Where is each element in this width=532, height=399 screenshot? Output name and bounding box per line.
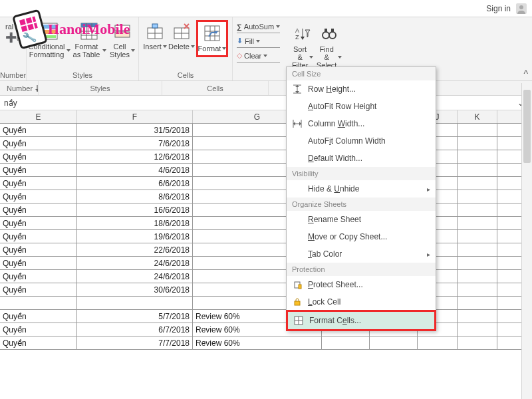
cell[interactable]: 7/6/2018 <box>77 137 193 150</box>
clear-button[interactable]: ◇Clear <box>237 49 280 63</box>
table-row[interactable]: Quyền4/6/2018 <box>0 164 532 177</box>
table-row[interactable]: Quyền12/6/2018 <box>0 150 532 164</box>
menu-move-copy-sheet[interactable]: Move or Copy Sheet... <box>287 228 436 245</box>
cell[interactable]: 30/6/2018 <box>77 283 193 296</box>
cell[interactable] <box>458 203 497 216</box>
table-row[interactable]: Quyền24/6/2018 <box>0 270 532 283</box>
cell[interactable]: Quyền <box>0 177 77 190</box>
cell[interactable]: Quyền <box>0 323 77 336</box>
menu-protect-sheet[interactable]: Protect Sheet... <box>287 276 436 293</box>
cell[interactable] <box>458 190 497 203</box>
number-format-selector[interactable]: ral <box>5 23 13 31</box>
cell[interactable] <box>458 164 497 176</box>
menu-default-width[interactable]: Default Width... <box>287 150 436 167</box>
table-row[interactable]: Quyền7/6/2018 <box>0 137 532 150</box>
sort-filter-button[interactable]: AZ Sort & Filter <box>291 23 315 70</box>
cell[interactable] <box>458 257 497 269</box>
col-header-K[interactable]: K <box>458 110 497 123</box>
fill-button[interactable]: ⬇Fill <box>237 35 280 48</box>
table-row[interactable]: Quyền8/6/2018 <box>0 190 532 203</box>
cell[interactable] <box>370 336 418 349</box>
cell[interactable]: Quyền <box>0 257 77 269</box>
cell[interactable]: Quyền <box>0 243 77 256</box>
cell[interactable]: 19/6/2018 <box>77 230 193 243</box>
cell[interactable]: Quyền <box>0 164 77 176</box>
scrollbar-thumb[interactable] <box>523 90 531 163</box>
cell[interactable]: 12/6/2018 <box>77 150 193 163</box>
cell[interactable] <box>458 243 497 256</box>
cell[interactable] <box>458 230 497 243</box>
cell[interactable] <box>0 297 77 309</box>
table-row[interactable]: Quyền24/6/2018 <box>0 257 532 270</box>
cell[interactable]: 4/6/2018 <box>77 164 193 176</box>
cell[interactable]: 31/5/2018 <box>77 124 193 136</box>
cell[interactable]: Quyền <box>0 310 77 323</box>
menu-tab-color[interactable]: Tab Color▸ <box>287 245 436 263</box>
find-select-button[interactable]: Find & Select <box>317 23 341 70</box>
cell[interactable]: Quyền <box>0 283 77 296</box>
table-row[interactable]: Quyền22/6/2018 <box>0 243 532 257</box>
cell[interactable] <box>458 297 497 309</box>
cell[interactable]: Quyền <box>0 217 77 229</box>
menu-rename-sheet[interactable]: Rename Sheet <box>287 211 436 228</box>
formula-bar[interactable]: nầy ⌄ <box>0 96 532 110</box>
cell[interactable]: Quyền <box>0 203 77 216</box>
cell[interactable] <box>77 297 193 309</box>
cell[interactable]: 16/6/2018 <box>77 203 193 216</box>
cell[interactable]: Quyền <box>0 336 77 349</box>
cell[interactable] <box>458 150 497 163</box>
cell[interactable] <box>458 270 497 283</box>
col-header-F[interactable]: F <box>77 110 193 123</box>
menu-hide-unhide[interactable]: Hide & Unhide▸ <box>287 180 436 198</box>
format-button[interactable]: Format <box>196 20 228 57</box>
menu-autofit-col-width[interactable]: AutoFit Column Width <box>287 132 436 150</box>
table-row[interactable]: Quyền16/6/2018 <box>0 203 532 217</box>
cell[interactable] <box>458 217 497 229</box>
cell[interactable] <box>458 137 497 150</box>
table-row[interactable]: Quyền30/6/2018 <box>0 283 532 297</box>
table-row[interactable] <box>0 297 532 310</box>
dialog-launcher-icon[interactable] <box>37 85 38 92</box>
vertical-scrollbar[interactable] <box>521 83 532 399</box>
cell[interactable]: 7/7/2018 <box>77 336 193 349</box>
cell[interactable] <box>458 336 497 349</box>
table-row[interactable]: Quyền7/7/2018Review 60% <box>0 336 532 350</box>
table-row[interactable]: Quyền6/7/2018Review 60% <box>0 323 532 336</box>
cell[interactable] <box>458 310 497 323</box>
cell[interactable]: 18/6/2018 <box>77 217 193 229</box>
collapse-ribbon-icon[interactable]: ^ <box>523 68 528 79</box>
cell[interactable]: 24/6/2018 <box>77 257 193 269</box>
menu-autofit-row-height[interactable]: AutoFit Row Height <box>287 98 436 115</box>
table-row[interactable]: Quyền31/5/2018 <box>0 124 532 137</box>
cell[interactable]: 6/6/2018 <box>77 177 193 190</box>
cell[interactable]: Quyền <box>0 270 77 283</box>
cell[interactable]: 22/6/2018 <box>77 243 193 256</box>
table-row[interactable]: Quyền5/7/2018Review 60% <box>0 310 532 323</box>
cell[interactable]: Quyền <box>0 124 77 136</box>
table-row[interactable]: Quyền19/6/2018 <box>0 230 532 243</box>
cell[interactable] <box>322 336 370 349</box>
cell[interactable] <box>458 177 497 190</box>
cell[interactable]: Quyền <box>0 150 77 163</box>
cell[interactable] <box>458 124 497 136</box>
autosum-button[interactable]: ∑AutoSum <box>237 20 280 33</box>
cell[interactable]: Quyền <box>0 190 77 203</box>
spreadsheet-grid[interactable]: E F G J K Quyền31/5/2018Quyền7/6/2018Quy… <box>0 110 532 350</box>
delete-button[interactable]: Delete <box>170 20 194 52</box>
col-header-E[interactable]: E <box>0 110 77 123</box>
cell[interactable]: Review 60% <box>193 336 322 349</box>
menu-format-cells[interactable]: Format Cells... <box>286 310 436 331</box>
cell[interactable]: 5/7/2018 <box>77 310 193 323</box>
cell[interactable] <box>458 283 497 296</box>
user-avatar-icon[interactable] <box>516 3 527 14</box>
cell[interactable]: 8/6/2018 <box>77 190 193 203</box>
table-row[interactable]: Quyền6/6/2018 <box>0 177 532 190</box>
cell[interactable]: 24/6/2018 <box>77 270 193 283</box>
cell[interactable]: Quyền <box>0 137 77 150</box>
cell[interactable]: Quyền <box>0 230 77 243</box>
insert-button[interactable]: Insert <box>143 20 167 52</box>
menu-lock-cell[interactable]: Lock Cell <box>287 293 436 311</box>
menu-column-width[interactable]: Column Width... <box>287 115 436 132</box>
table-row[interactable]: Quyền18/6/2018 <box>0 217 532 230</box>
cell[interactable]: 6/7/2018 <box>77 323 193 336</box>
